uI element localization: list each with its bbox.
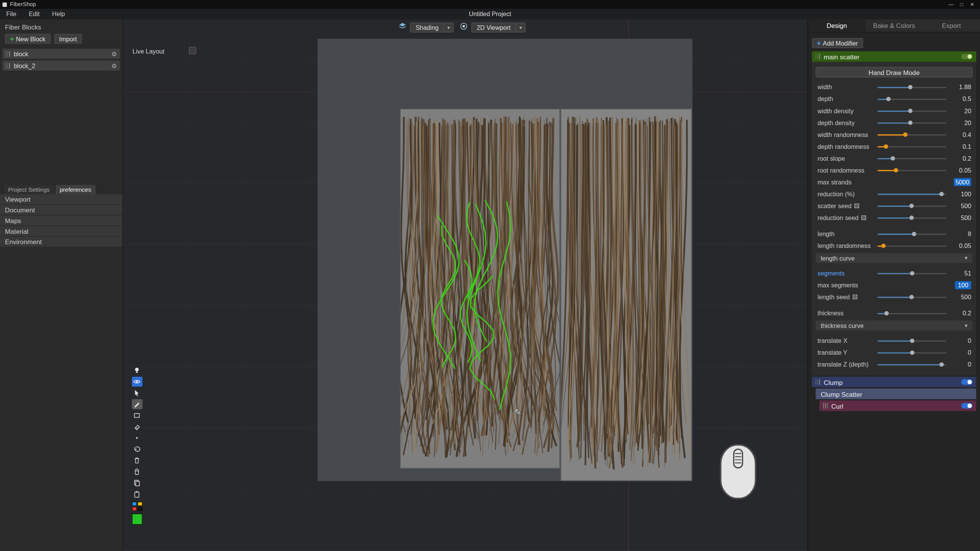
gear-icon[interactable]: ⚙ <box>111 50 117 57</box>
param-value[interactable]: 51 <box>950 270 972 277</box>
slider-knob[interactable] <box>891 156 895 160</box>
settings-category-maps[interactable]: Maps <box>0 215 122 225</box>
param-value[interactable]: 8 <box>950 230 972 237</box>
chevron-down-icon[interactable]: ▾ <box>965 255 967 261</box>
viewport[interactable]: Shading ▾ 2D Viewport ▾ Live Layout ✎ <box>123 20 808 551</box>
param-slider[interactable] <box>877 156 946 161</box>
param-value[interactable]: 0 <box>950 361 972 368</box>
param-slider[interactable] <box>877 108 946 113</box>
param-value[interactable]: 500 <box>950 214 972 221</box>
drag-handle-icon[interactable] <box>6 63 10 68</box>
slider-knob[interactable] <box>886 96 890 101</box>
slider-knob[interactable] <box>881 243 885 248</box>
tab-export[interactable]: Export <box>923 20 980 32</box>
chevron-down-icon[interactable]: ▾ <box>965 322 967 328</box>
palette-swatch[interactable] <box>137 507 142 511</box>
main-scatter-header[interactable]: main scatter <box>812 51 976 62</box>
menu-edit[interactable]: Edit <box>23 9 46 20</box>
tab-preferences[interactable]: preferences <box>56 185 96 194</box>
hand-draw-mode-button[interactable]: Hand Draw Mode <box>816 67 973 78</box>
clump-toggle[interactable] <box>961 379 972 385</box>
param-value[interactable]: 0.5 <box>950 96 972 103</box>
tab-bake-colors[interactable]: Bake & Colors <box>866 20 923 32</box>
settings-category-document[interactable]: Document <box>0 205 122 215</box>
main-scatter-toggle[interactable] <box>961 54 972 59</box>
eye-tool-button[interactable] <box>132 377 142 386</box>
curl-toggle[interactable] <box>961 403 972 409</box>
slider-knob[interactable] <box>893 168 898 172</box>
param-value[interactable]: 20 <box>950 108 972 114</box>
slider-knob[interactable] <box>903 132 907 136</box>
trash-tool-button[interactable] <box>132 455 142 465</box>
dice-icon[interactable]: ⚄ <box>852 294 858 300</box>
param-value[interactable]: 0 <box>950 337 972 344</box>
param-slider[interactable] <box>877 96 946 101</box>
live-layout-checkbox[interactable] <box>189 47 196 54</box>
slider-knob[interactable] <box>908 120 912 124</box>
param-slider[interactable] <box>877 191 946 196</box>
slider-knob[interactable] <box>885 311 889 315</box>
param-slider[interactable] <box>877 362 946 367</box>
drag-handle-icon[interactable] <box>816 379 820 385</box>
param-value[interactable]: 0.1 <box>950 143 972 150</box>
palette-swatch[interactable] <box>137 502 142 506</box>
block-row-block[interactable]: block⚙ <box>3 49 120 59</box>
point-tool-button[interactable] <box>132 433 142 443</box>
param-value[interactable]: 0.2 <box>950 155 972 162</box>
hair-card-left[interactable] <box>400 109 560 468</box>
param-value[interactable]: 0.05 <box>950 242 972 249</box>
add-modifier-button[interactable]: + Add Modifier <box>812 38 863 48</box>
hair-preview-right[interactable] <box>561 109 691 481</box>
cursor-tool-button[interactable] <box>132 388 142 398</box>
length-curve-bar[interactable]: length curve▾ <box>816 253 973 263</box>
param-slider[interactable] <box>877 271 946 276</box>
rectangle-tool-button[interactable] <box>132 411 142 421</box>
menu-help[interactable]: Help <box>46 9 71 20</box>
param-slider[interactable] <box>877 350 946 355</box>
settings-category-environment[interactable]: Environment <box>0 237 122 247</box>
param-value[interactable]: 5000 <box>954 178 971 186</box>
slider-knob[interactable] <box>884 144 888 148</box>
settings-category-viewport[interactable]: Viewport <box>0 194 122 204</box>
param-slider[interactable] <box>877 144 946 149</box>
import-button[interactable]: Import <box>54 34 82 44</box>
chevron-down-icon[interactable]: ▾ <box>444 23 453 32</box>
param-value[interactable]: 20 <box>950 119 972 126</box>
param-value[interactable]: 100 <box>950 191 972 197</box>
block-row-block-2[interactable]: block_2⚙ <box>3 60 120 70</box>
gear-icon[interactable]: ⚙ <box>111 62 117 69</box>
hair-card-right[interactable] <box>560 109 692 481</box>
modifier-clump-scatter[interactable]: Clump Scatter <box>816 389 977 399</box>
param-slider[interactable] <box>877 168 946 173</box>
copy-tool-button[interactable] <box>132 478 142 488</box>
settings-category-material[interactable]: Material <box>0 226 122 236</box>
slider-knob[interactable] <box>909 295 913 299</box>
tab-project-settings[interactable]: Project Settings <box>4 185 54 194</box>
modifier-curl[interactable]: Curl <box>819 401 976 411</box>
param-slider[interactable] <box>877 295 946 300</box>
param-slider[interactable] <box>877 338 946 343</box>
lamp-tool-button[interactable] <box>132 365 142 375</box>
eraser-tool-button[interactable] <box>132 422 142 432</box>
dice-icon[interactable]: ⚄ <box>854 203 859 209</box>
param-slider[interactable] <box>877 215 946 220</box>
param-slider[interactable] <box>877 120 946 125</box>
slider-knob[interactable] <box>939 362 944 366</box>
primary-color-swatch[interactable] <box>132 514 142 525</box>
tab-design[interactable]: Design <box>808 20 866 32</box>
menu-file[interactable]: File <box>0 9 23 20</box>
slider-knob[interactable] <box>908 108 912 112</box>
thickness-curve-bar[interactable]: thickness curve▾ <box>816 321 973 331</box>
shading-dropdown[interactable]: Shading ▾ <box>410 23 454 33</box>
param-value[interactable]: 500 <box>950 202 972 209</box>
param-slider[interactable] <box>877 243 946 248</box>
param-slider[interactable] <box>877 311 946 316</box>
param-value[interactable]: 0.2 <box>950 310 972 317</box>
dice-icon[interactable]: ⚄ <box>861 215 866 221</box>
drag-handle-icon[interactable] <box>816 54 820 59</box>
param-value[interactable]: 1.88 <box>950 84 972 91</box>
slider-knob[interactable] <box>908 85 912 89</box>
palette-swatch[interactable] <box>132 502 137 506</box>
param-slider[interactable] <box>877 132 946 137</box>
new-block-button[interactable]: + New Block <box>5 34 51 44</box>
